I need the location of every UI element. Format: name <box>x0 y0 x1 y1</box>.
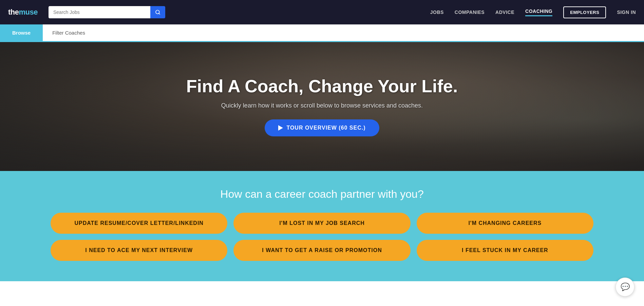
employers-button[interactable]: EMPLOYERS <box>563 6 606 18</box>
logo-the: the <box>8 8 19 16</box>
logo[interactable]: themuse <box>8 8 38 17</box>
subnav: Browse Filter Coaches <box>0 24 644 42</box>
logo-muse: muse <box>19 8 38 16</box>
search-icon <box>155 9 160 15</box>
nav-companies[interactable]: COMPANIES <box>455 9 485 15</box>
play-icon <box>278 125 283 131</box>
tour-button[interactable]: TOUR OVERVIEW (60 SEC.) <box>265 119 379 136</box>
card-raise-promotion[interactable]: I WANT TO GET A RAISE OR PROMOTION <box>233 240 410 261</box>
nav-links: JOBS COMPANIES ADVICE COACHING EMPLOYERS… <box>430 6 636 18</box>
card-stuck-career[interactable]: I FEEL STUCK IN MY CAREER <box>417 240 593 261</box>
signin-link[interactable]: SIGN IN <box>617 9 636 15</box>
search-button[interactable] <box>150 6 165 18</box>
cards-grid: UPDATE RESUME/COVER LETTER/LINKEDIN I'M … <box>51 213 593 261</box>
hero-subtitle: Quickly learn how it works or scroll bel… <box>186 102 458 109</box>
hero-title: Find A Coach, Change Your Life. <box>186 77 458 96</box>
search-bar <box>49 6 171 18</box>
logo-text: themuse <box>8 8 38 17</box>
card-resume[interactable]: UPDATE RESUME/COVER LETTER/LINKEDIN <box>51 213 227 234</box>
filter-coaches-tab[interactable]: Filter Coaches <box>43 24 95 41</box>
nav-jobs[interactable]: JOBS <box>430 9 444 15</box>
card-interview[interactable]: I NEED TO ACE MY NEXT INTERVIEW <box>51 240 227 261</box>
hero-section: Find A Coach, Change Your Life. Quickly … <box>0 42 644 171</box>
nav-advice[interactable]: ADVICE <box>495 9 514 15</box>
card-job-search[interactable]: I'M LOST IN MY JOB SEARCH <box>233 213 410 234</box>
navbar: themuse JOBS COMPANIES ADVICE COACHING E… <box>0 0 644 24</box>
tour-button-label: TOUR OVERVIEW (60 SEC.) <box>286 125 365 131</box>
search-input[interactable] <box>49 6 150 18</box>
card-changing-careers[interactable]: I'M CHANGING CAREERS <box>417 213 593 234</box>
cards-section: How can a career coach partner with you?… <box>0 171 644 281</box>
hero-content: Find A Coach, Change Your Life. Quickly … <box>179 77 465 136</box>
browse-tab[interactable]: Browse <box>0 24 43 41</box>
cards-heading: How can a career coach partner with you? <box>14 188 630 200</box>
nav-coaching[interactable]: COACHING <box>525 8 552 16</box>
